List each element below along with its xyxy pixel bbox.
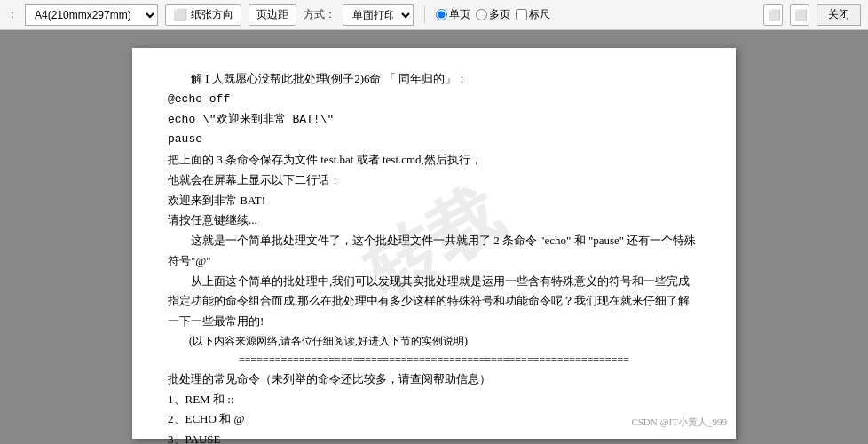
ruler-checkbox[interactable]	[516, 9, 527, 20]
line-8: 请按任意键继续...	[168, 210, 700, 231]
single-page-label: 单页	[449, 7, 470, 22]
margin-label: 页边距	[256, 7, 288, 22]
page-preview[interactable]: 转载 解 I 人既愿心没帮此批处理(例子2)6命 「 同年归的」： @echo …	[0, 30, 868, 444]
line-15: 2、ECHO 和 @	[168, 409, 700, 430]
toolbar-left: ： A4(210mmx297mm) ⬜ 纸张方向 页边距 方式： 单面打印 单页	[7, 4, 753, 26]
content-area: 解 I 人既愿心没帮此批处理(例子2)6命 「 同年归的」： @echo off…	[168, 69, 700, 444]
line-7: 欢迎来到非常 BAT!	[168, 191, 700, 211]
single-page-radio[interactable]	[436, 9, 447, 20]
line-1: 解 I 人既愿心没帮此批处理(例子2)6命 「 同年归的」：	[168, 69, 700, 90]
orientation-icon: ⬜	[173, 8, 187, 21]
line-4: pause	[168, 130, 700, 150]
window-btn[interactable]: ⬜	[790, 4, 809, 26]
toolbar-right: ⬜ ⬜ 关闭	[763, 4, 861, 26]
orientation-btn[interactable]: ⬜ 纸张方向	[165, 4, 241, 26]
line-14: 1、REM 和 ::	[168, 390, 700, 410]
line-3: echo \"欢迎来到非常 BAT!\"	[168, 110, 700, 131]
fullscreen-btn[interactable]: ⬜	[763, 4, 783, 26]
ruler-label: 标尺	[529, 7, 550, 22]
multi-page-radio[interactable]	[476, 9, 487, 20]
line-2: @echo off	[168, 90, 700, 110]
ruler-option[interactable]: 标尺	[516, 7, 550, 22]
separator	[424, 6, 425, 24]
page-size-select[interactable]: A4(210mmx297mm)	[25, 4, 158, 26]
orientation-label: 纸张方向	[191, 7, 233, 22]
page-label: ：	[7, 7, 18, 22]
line-12: ========================================…	[168, 351, 700, 369]
line-11: (以下内容来源网络,请各位仔细阅读,好进入下节的实例说明)	[168, 332, 700, 351]
line-5: 把上面的 3 条命令保存为文件 test.bat 或者 test.cmd,然后执…	[168, 150, 700, 170]
toolbar: ： A4(210mmx297mm) ⬜ 纸张方向 页边距 方式： 单面打印 单页	[0, 0, 868, 30]
line-6: 他就会在屏幕上显示以下二行话：	[168, 170, 700, 191]
multi-page-label: 多页	[489, 7, 510, 22]
line-10: 从上面这个简单的批处理中,我们可以发现其实批处理就是运用一些含有特殊意义的符号和…	[168, 272, 700, 332]
page-paper: 转载 解 I 人既愿心没帮此批处理(例子2)6命 「 同年归的」： @echo …	[132, 48, 736, 439]
line-13: 批处理的常见命令（未列举的命令还比较多，请查阅帮助信息）	[168, 369, 700, 390]
single-page-option[interactable]: 单页	[436, 7, 470, 22]
close-btn[interactable]: 关闭	[817, 4, 861, 26]
margin-btn[interactable]: 页边距	[249, 4, 296, 26]
line-16: 3、PAUSE	[168, 430, 700, 444]
page-mode-group: 单页 多页 标尺	[436, 7, 550, 22]
method-label: 方式：	[304, 7, 335, 22]
main-area: 转载 解 I 人既愿心没帮此批处理(例子2)6命 「 同年归的」： @echo …	[0, 30, 868, 444]
line-9: 这就是一个简单批处理文件了，这个批处理文件一共就用了 2 条命令 "echo" …	[168, 231, 700, 272]
method-select[interactable]: 单面打印	[343, 4, 414, 26]
multi-page-option[interactable]: 多页	[476, 7, 510, 22]
